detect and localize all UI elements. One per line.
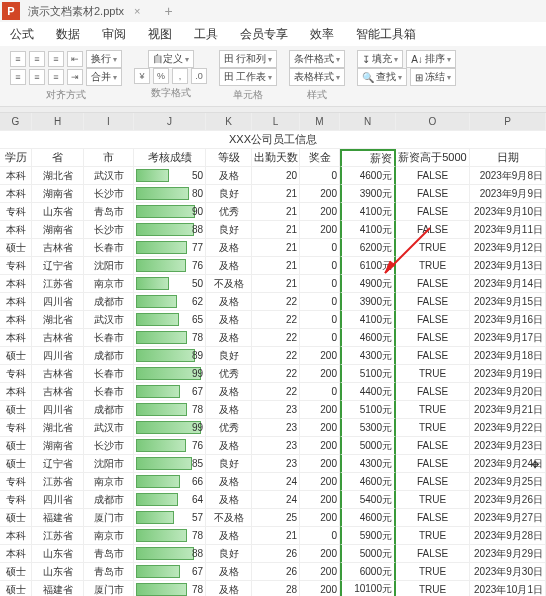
cell-gt5000[interactable]: FALSE xyxy=(396,545,470,563)
align-left-icon[interactable]: ≡ xyxy=(10,51,26,67)
cell-score[interactable]: 66 xyxy=(134,473,206,491)
cell-bonus[interactable]: 0 xyxy=(300,239,340,257)
cell-score[interactable]: 62 xyxy=(134,293,206,311)
cell-city[interactable]: 成都市 xyxy=(84,491,134,509)
cell-city[interactable]: 长沙市 xyxy=(84,221,134,239)
cell-bonus[interactable]: 200 xyxy=(300,203,340,221)
align-right-icon[interactable]: ≡ xyxy=(48,51,64,67)
cell-city[interactable]: 成都市 xyxy=(84,401,134,419)
cell-gt5000[interactable]: FALSE xyxy=(396,275,470,293)
cell-bonus[interactable]: 200 xyxy=(300,365,340,383)
cell-date[interactable]: 2023年9月13日 xyxy=(470,257,546,275)
cell-gt5000[interactable]: TRUE xyxy=(396,401,470,419)
cell-grade[interactable]: 及格 xyxy=(206,581,252,596)
cell-date[interactable]: 2023年9月15日 xyxy=(470,293,546,311)
cell-grade[interactable]: 及格 xyxy=(206,167,252,185)
cell-gt5000[interactable]: FALSE xyxy=(396,347,470,365)
cell-bonus[interactable]: 200 xyxy=(300,455,340,473)
valign-mid-icon[interactable]: ≡ xyxy=(29,69,45,85)
cell-gt5000[interactable]: TRUE xyxy=(396,365,470,383)
cell-score[interactable]: 77 xyxy=(134,239,206,257)
cell-city[interactable]: 南京市 xyxy=(84,527,134,545)
cell-days[interactable]: 21 xyxy=(252,185,300,203)
cell-days[interactable]: 20 xyxy=(252,167,300,185)
cell-prov[interactable]: 江苏省 xyxy=(32,527,84,545)
cell-days[interactable]: 23 xyxy=(252,401,300,419)
cell-edu[interactable]: 本科 xyxy=(0,329,32,347)
cell-city[interactable]: 青岛市 xyxy=(84,545,134,563)
cell-salary[interactable]: 4600元 xyxy=(340,329,396,347)
cell-days[interactable]: 22 xyxy=(252,383,300,401)
cell-score[interactable]: 99 xyxy=(134,365,206,383)
cell-date[interactable]: 2023年10月1日 xyxy=(470,581,546,596)
cell-grade[interactable]: 良好 xyxy=(206,347,252,365)
cell-bonus[interactable]: 0 xyxy=(300,167,340,185)
cell-salary[interactable]: 5000元 xyxy=(340,437,396,455)
dec-inc-icon[interactable]: .0 xyxy=(191,68,207,84)
cell-edu[interactable]: 专科 xyxy=(0,473,32,491)
fill-button[interactable]: ↧ 填充▾ xyxy=(357,50,403,68)
cell-prov[interactable]: 辽宁省 xyxy=(32,257,84,275)
cell-prov[interactable]: 湖南省 xyxy=(32,221,84,239)
cell-prov[interactable]: 湖北省 xyxy=(32,311,84,329)
cell-grade[interactable]: 及格 xyxy=(206,527,252,545)
cell-bonus[interactable]: 200 xyxy=(300,401,340,419)
header-salary[interactable]: 薪资 xyxy=(340,149,396,167)
cell-city[interactable]: 成都市 xyxy=(84,293,134,311)
cell-date[interactable]: 2023年9月22日 xyxy=(470,419,546,437)
header-edu[interactable]: 学历 xyxy=(0,149,32,167)
cell-date[interactable]: 2023年9月16日 xyxy=(470,311,546,329)
cell-city[interactable]: 南京市 xyxy=(84,275,134,293)
cell-grade[interactable]: 及格 xyxy=(206,293,252,311)
cell-edu[interactable]: 本科 xyxy=(0,167,32,185)
cell-bonus[interactable]: 0 xyxy=(300,329,340,347)
cell-bonus[interactable]: 0 xyxy=(300,275,340,293)
cell-salary[interactable]: 4600元 xyxy=(340,473,396,491)
cell-date[interactable]: 2023年9月27日 xyxy=(470,509,546,527)
cell-score[interactable]: 78 xyxy=(134,401,206,419)
custom-fmt-button[interactable]: 自定义▾ xyxy=(148,50,194,68)
cell-bonus[interactable]: 0 xyxy=(300,257,340,275)
header-date[interactable]: 日期 xyxy=(470,149,546,167)
cell-score[interactable]: 64 xyxy=(134,491,206,509)
cell-prov[interactable]: 四川省 xyxy=(32,347,84,365)
cell-grade[interactable]: 不及格 xyxy=(206,509,252,527)
cell-edu[interactable]: 本科 xyxy=(0,275,32,293)
cell-days[interactable]: 24 xyxy=(252,473,300,491)
cell-score[interactable]: 80 xyxy=(134,185,206,203)
cell-grade[interactable]: 及格 xyxy=(206,311,252,329)
currency-icon[interactable]: ¥ xyxy=(134,68,150,84)
cell-prov[interactable]: 江苏省 xyxy=(32,275,84,293)
percent-icon[interactable]: % xyxy=(153,68,169,84)
cell-score[interactable]: 65 xyxy=(134,311,206,329)
cell-grade[interactable]: 不及格 xyxy=(206,275,252,293)
cell-grade[interactable]: 优秀 xyxy=(206,419,252,437)
cell-days[interactable]: 21 xyxy=(252,221,300,239)
col-header[interactable]: P xyxy=(470,113,546,131)
cell-score[interactable]: 50 xyxy=(134,275,206,293)
cell-days[interactable]: 26 xyxy=(252,545,300,563)
sort-button[interactable]: A↓ 排序▾ xyxy=(406,50,456,68)
wrap-button[interactable]: 换行▾ xyxy=(86,50,122,68)
cell-gt5000[interactable]: TRUE xyxy=(396,563,470,581)
cell-score[interactable]: 50 xyxy=(134,167,206,185)
cell-bonus[interactable]: 200 xyxy=(300,581,340,596)
doc-title[interactable]: 演示文档素材2.pptx xyxy=(20,4,132,19)
cell-bonus[interactable]: 200 xyxy=(300,221,340,239)
cell-date[interactable]: 2023年9月29日 xyxy=(470,545,546,563)
cell-gt5000[interactable]: FALSE xyxy=(396,293,470,311)
cell-salary[interactable]: 4600元 xyxy=(340,167,396,185)
header-score[interactable]: 考核成绩 xyxy=(134,149,206,167)
cell-edu[interactable]: 本科 xyxy=(0,311,32,329)
cell-date[interactable]: 2023年9月9日 xyxy=(470,185,546,203)
header-city[interactable]: 市 xyxy=(84,149,134,167)
cell-city[interactable]: 长春市 xyxy=(84,383,134,401)
cell-bonus[interactable]: 200 xyxy=(300,185,340,203)
cell-gt5000[interactable]: TRUE xyxy=(396,257,470,275)
cell-edu[interactable]: 本科 xyxy=(0,545,32,563)
cell-date[interactable]: 2023年9月18日 xyxy=(470,347,546,365)
cell-date[interactable]: 2023年9月23日 xyxy=(470,437,546,455)
col-header[interactable]: L xyxy=(252,113,300,131)
cell-gt5000[interactable]: FALSE xyxy=(396,185,470,203)
cell-edu[interactable]: 本科 xyxy=(0,527,32,545)
